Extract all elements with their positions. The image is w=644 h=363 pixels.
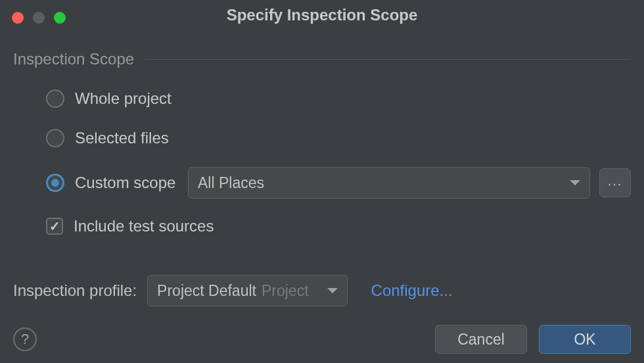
minimize-window-icon[interactable] [33, 12, 45, 24]
radio-row-custom-scope[interactable]: Custom scope [46, 174, 179, 192]
radio-row-whole-project[interactable]: Whole project [46, 88, 631, 109]
inspection-profile-dropdown[interactable]: Project Default Project [147, 275, 347, 306]
maximize-window-icon[interactable] [54, 12, 66, 24]
checkbox-row-include-test[interactable]: Include test sources [46, 217, 631, 235]
custom-scope-value: All Places [198, 174, 264, 192]
window-controls [12, 12, 66, 24]
close-window-icon[interactable] [12, 12, 24, 24]
dialog-title: Specify Inspection Scope [227, 6, 418, 24]
help-button[interactable]: ? [13, 327, 37, 351]
section-title: Inspection Scope [13, 50, 134, 68]
include-test-checkbox[interactable] [46, 218, 63, 235]
title-bar: Specify Inspection Scope [0, 0, 644, 30]
inspection-profile-label: Inspection profile: [13, 281, 137, 300]
configure-link[interactable]: Configure... [371, 281, 453, 300]
chevron-down-icon [570, 180, 580, 185]
radio-selected-files[interactable] [46, 129, 64, 147]
radio-label-selected-files: Selected files [75, 129, 169, 147]
radio-label-custom-scope: Custom scope [75, 174, 175, 192]
cancel-button[interactable]: Cancel [435, 325, 527, 354]
section-header: Inspection Scope [13, 50, 631, 68]
ellipsis-icon: ... [608, 174, 623, 191]
radio-whole-project[interactable] [46, 89, 64, 108]
radio-custom-scope[interactable] [46, 174, 64, 192]
inspection-profile-suffix: Project [262, 282, 309, 300]
section-divider [145, 59, 631, 60]
radio-label-whole-project: Whole project [75, 89, 172, 108]
include-test-label: Include test sources [74, 217, 214, 235]
chevron-down-icon [327, 288, 338, 293]
custom-scope-more-button[interactable]: ... [599, 168, 631, 197]
help-icon: ? [21, 331, 29, 348]
ok-button[interactable]: OK [539, 325, 631, 354]
inspection-profile-value: Project Default [157, 282, 256, 300]
custom-scope-dropdown[interactable]: All Places [188, 167, 590, 199]
radio-row-selected-files[interactable]: Selected files [46, 128, 631, 149]
